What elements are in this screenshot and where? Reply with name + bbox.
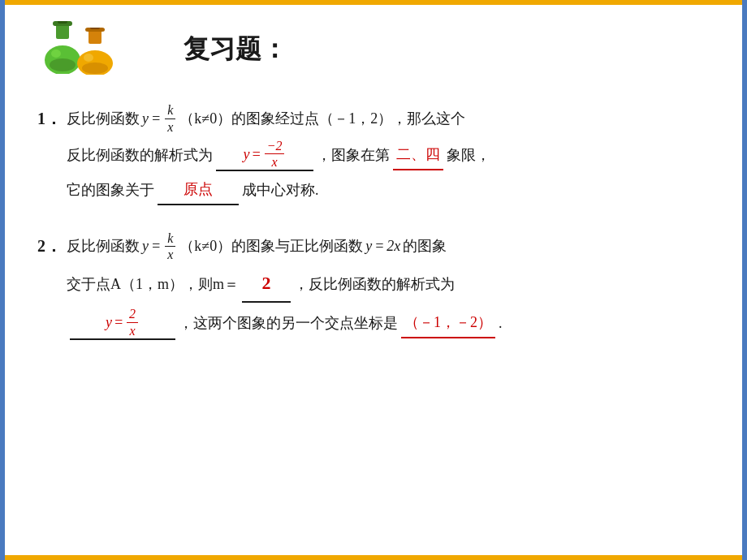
q1-line3-pre: 它的图象关于 [67, 175, 154, 205]
q2-line2: 交于点A（1，m），则m＝ 2 ，反比例函数的解析式为 [67, 265, 710, 303]
q2-line1-end: 的图象 [403, 231, 447, 261]
orange-flask-icon [74, 28, 116, 75]
svg-rect-5 [58, 21, 67, 24]
header: 复习题： [37, 21, 710, 78]
q2-answer-point: （－1，－2） [401, 308, 495, 338]
right-border [742, 0, 747, 560]
q2-frac-num: k [165, 230, 175, 247]
q2-line3-end: . [499, 308, 503, 338]
q2-line1: 2． 反比例函数 y = k x （k≠0）的图象与正比例函数 y=2x 的图象 [37, 230, 710, 262]
svg-point-8 [84, 54, 93, 62]
q1-line3-end: 成中心对称. [242, 175, 319, 205]
q2-fraction1: k x [165, 230, 175, 262]
q2-line3: y = 2 x ，这两个图象的另一个交点坐标是 （－1，－2） . [67, 306, 710, 339]
svg-point-9 [82, 62, 108, 74]
q2-answer-formula2-blank: y = 2 x [70, 306, 175, 339]
q2-line3-pre: ，这两个图象的另一个交点坐标是 [179, 308, 398, 338]
flask-icons [37, 21, 119, 78]
q1-line2-mid: ，图象在第 [317, 140, 390, 170]
question-1: 1． 反比例函数 y = k x （k≠0）的图象经过点（－1，2），那么这个 … [37, 102, 710, 205]
q1-frac-den: x [165, 119, 175, 135]
q1-answer-formula: y = −2 x [244, 138, 287, 170]
q1-answer-symmetry-blank: 原点 [158, 174, 239, 205]
svg-point-2 [51, 50, 61, 58]
q1-condition: （k≠0）的图象经过点（－1，2），那么这个 [179, 104, 465, 133]
q1-answer-quadrant: 二、四 [393, 140, 443, 170]
q1-number: 1． [37, 102, 62, 135]
q2-line2-pre: 交于点A（1，m），则m＝ [67, 269, 239, 299]
bottom-border [0, 555, 747, 560]
q2-answer-frac2-den: x [127, 323, 138, 338]
q2-text1: 反比例函数 [67, 231, 140, 261]
question-2: 2． 反比例函数 y = k x （k≠0）的图象与正比例函数 y=2x 的图象… [37, 230, 710, 339]
q1-formula: y = k x [142, 102, 177, 134]
q2-answer-formula2: y = 2 x [106, 306, 140, 338]
q2-formula1: y = k x [142, 230, 177, 262]
q1-line3: 它的图象关于 原点 成中心对称. [67, 174, 710, 205]
q1-line2-pre: 反比例函数的解析式为 [67, 140, 213, 170]
q1-answer-frac-num: −2 [265, 138, 285, 154]
q1-fraction: k x [165, 102, 175, 134]
q1-frac-num: k [165, 102, 175, 118]
svg-point-3 [50, 58, 76, 71]
q1-answer-formula-blank: y = −2 x [216, 138, 313, 171]
page-title: 复习题： [184, 32, 287, 67]
q2-answer-fraction2: 2 x [127, 306, 138, 338]
q1-line1: 1． 反比例函数 y = k x （k≠0）的图象经过点（－1，2），那么这个 [37, 102, 710, 135]
q2-frac-den: x [165, 247, 175, 262]
q2-formula2: y=2x [365, 231, 400, 261]
q2-number: 2． [37, 230, 62, 262]
q2-answer-frac2-num: 2 [127, 306, 138, 322]
q2-line2-end: ，反比例函数的解析式为 [294, 269, 455, 299]
svg-rect-11 [90, 28, 100, 29]
q1-answer-fraction: −2 x [265, 138, 285, 170]
main-content: 复习题： 1． 反比例函数 y = k x （k≠0）的图象经过点（－1，2），… [5, 5, 742, 555]
q1-answer-symmetry: 原点 [184, 181, 213, 197]
q2-answer-m: 2 [262, 273, 271, 293]
q1-line2-end: 象限， [447, 140, 490, 170]
q1-text1: 反比例函数 [67, 104, 140, 133]
q2-condition: （k≠0）的图象与正比例函数 [179, 231, 363, 261]
q2-answer-m-blank: 2 [242, 265, 291, 303]
q1-answer-frac-den: x [270, 154, 280, 170]
q1-line2: 反比例函数的解析式为 y = −2 x ，图象在第 二、四 象限， [67, 138, 710, 171]
